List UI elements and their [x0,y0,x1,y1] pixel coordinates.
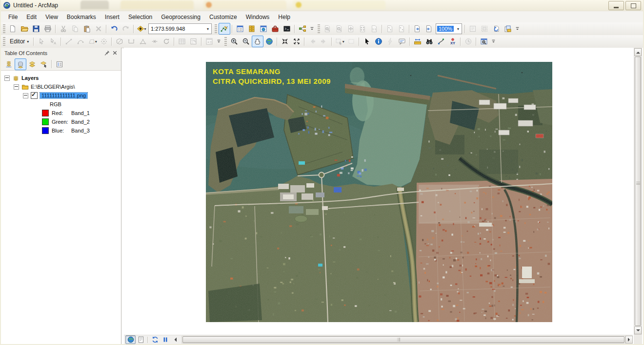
clear-selection-button[interactable] [345,36,357,47]
horizontal-scrollbar-thumb[interactable] [182,336,624,343]
editor-menu-button[interactable]: Editor ▾ [7,36,32,47]
map-canvas[interactable]: KOTA SEMARANG CITRA QUICKBIRD, 13 MEI 20… [124,48,633,335]
page-zoom-out-button[interactable] [333,23,345,35]
page-fix-out-button[interactable] [396,23,407,35]
toc-window-button[interactable] [234,23,246,35]
menu-item-help[interactable]: Help [274,12,295,22]
menu-item-bookmarks[interactable]: Bookmarks [62,12,101,22]
fixed-zoom-in-button[interactable] [279,36,291,47]
chevron-down-icon[interactable]: ▾ [455,24,462,34]
collapse-icon[interactable] [4,76,10,81]
list-draworder-button[interactable] [3,58,15,70]
zoom-out-button[interactable] [240,36,252,47]
split-x-button[interactable] [149,36,161,47]
identify-button[interactable] [373,36,384,47]
scroll-up-button[interactable] [634,48,642,56]
list-selection-button[interactable] [38,58,50,70]
viewer-window-button[interactable] [478,36,490,47]
satellite-image[interactable]: KOTA SEMARANG CITRA QUICKBIRD, 13 MEI 20… [206,62,552,322]
collapse-icon[interactable] [23,93,28,98]
tree-label[interactable]: Layers [21,75,39,81]
search-window-button[interactable] [258,23,269,35]
page-pan-button[interactable] [345,23,357,35]
scroll-right-button[interactable] [625,336,633,344]
overflow-chevron-button[interactable] [514,23,521,35]
tree-node-rgb[interactable]: RGB [1,100,121,109]
menu-item-selection[interactable]: Selection [124,12,157,22]
catalog-window-button[interactable] [246,23,258,35]
copy-button[interactable] [69,23,81,35]
goto-xy-button[interactable] [447,36,459,47]
fixed-zoom-out-button[interactable] [291,36,302,47]
python-window-button[interactable] [281,23,293,35]
rotate-tool-button[interactable] [161,36,172,47]
menu-item-view[interactable]: View [41,12,62,22]
collapse-icon[interactable] [14,84,19,90]
new-document-button[interactable] [7,23,19,35]
modify-vertex-button[interactable] [137,36,149,47]
toc-options-button[interactable] [54,58,65,70]
tree-label[interactable]: E:\BLOGER\Argis\ [31,84,75,90]
tree-node-layers[interactable]: Layers [1,74,121,82]
find-button[interactable] [423,36,435,47]
zoom-in-button[interactable] [228,36,240,47]
cut-button[interactable] [58,23,69,35]
redo-button[interactable] [120,23,132,35]
snap-point-button[interactable] [98,36,110,47]
restore-button[interactable] [625,1,641,10]
sketch-properties-button[interactable] [188,36,200,47]
reshape-button[interactable] [125,36,137,47]
minimize-button[interactable] [608,1,624,10]
menu-item-geoprocessing[interactable]: Geoprocessing [157,12,205,22]
change-layout-button[interactable] [502,23,514,35]
toolbar-grip[interactable] [215,24,217,33]
select-features-button[interactable]: ▾ [334,36,345,47]
segment-arc-button[interactable] [75,36,86,47]
vertical-scrollbar-thumb[interactable] [635,57,641,326]
back-extent-button[interactable] [306,36,318,47]
menu-item-customize[interactable]: Customize [205,12,242,22]
toggle-draft-button[interactable] [467,23,479,35]
vertical-scrollbar[interactable] [634,48,642,335]
modelbuilder-button[interactable] [297,23,308,35]
pan-hand-button[interactable] [252,36,263,47]
page-one-button[interactable] [368,23,380,35]
horizontal-scrollbar[interactable] [181,336,625,344]
page-forward-button[interactable] [423,23,435,35]
print-button[interactable] [42,23,54,35]
undo-button[interactable] [108,23,120,35]
tree-node-band[interactable]: Red: Band_1 [1,109,121,117]
select-elements-button[interactable] [361,36,373,47]
page-fix-in-button[interactable] [384,23,396,35]
menu-item-windows[interactable]: Windows [242,12,274,22]
annotation-arrow-button[interactable] [47,36,59,47]
scroll-down-button[interactable] [634,326,642,334]
cut-polygon-button[interactable] [114,36,125,47]
layer-visibility-checkbox[interactable] [31,92,38,99]
forward-extent-button[interactable] [318,36,330,47]
map-scale-combo[interactable]: 1:273.599.948 ▾ [148,23,212,34]
toolbar-grip[interactable] [3,24,5,33]
editor-sketch-button[interactable] [219,23,230,35]
menu-item-edit[interactable]: Edit [22,12,41,22]
menu-item-insert[interactable]: Insert [101,12,124,22]
tree-node-raster-layer[interactable]: 1111111111111.png [1,91,121,100]
toolbar-grip[interactable] [3,37,5,46]
segment-line-button[interactable] [63,36,75,47]
page-zoom-in-button[interactable] [322,23,333,35]
overflow-chevron-button[interactable] [308,23,316,35]
tree-label-selected[interactable]: 1111111111111.png [40,93,87,98]
sb-left-button[interactable] [170,335,181,344]
page-back-button[interactable] [411,23,423,35]
find-route-button[interactable] [435,36,447,47]
arctoolbox-button[interactable] [269,23,281,35]
overflow-chevron-button[interactable] [490,36,497,47]
data-view-button[interactable] [125,335,136,344]
full-extent-button[interactable] [263,36,275,47]
hyperlink-button[interactable] [384,36,396,47]
create-features-button[interactable] [203,36,215,47]
time-slider-button[interactable] [463,36,474,47]
paste-button[interactable] [81,23,93,35]
overflow-chevron-button[interactable] [215,36,222,47]
measure-button[interactable] [412,36,423,47]
